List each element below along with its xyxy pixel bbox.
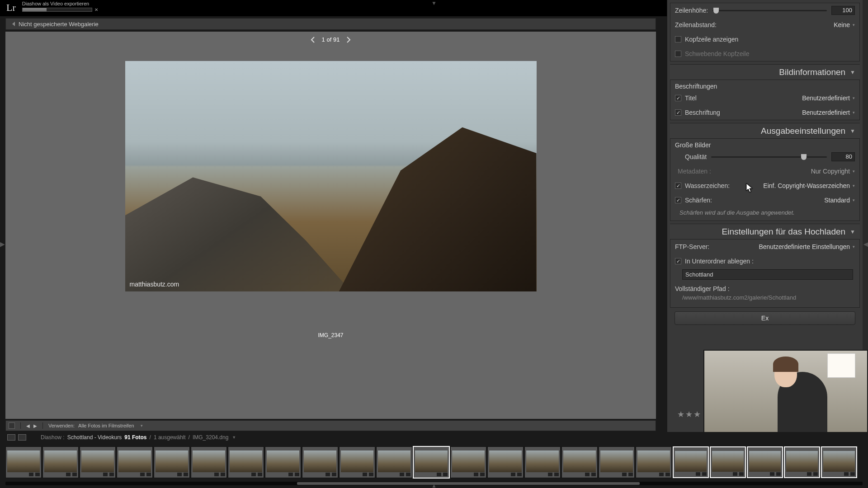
star-icon[interactable]: ★ xyxy=(693,409,701,419)
watermark-dropdown[interactable]: Einf. Copyright-Wasserzeichen xyxy=(763,182,850,189)
sharpen-note: Schärfen wird auf die Ausgabe angewendet… xyxy=(670,207,859,221)
dropdown-caret-icon: ▾ xyxy=(853,244,855,249)
row-height-value[interactable]: 100 xyxy=(831,6,855,15)
bottom-panel-toggle-icon[interactable]: ▲ xyxy=(431,483,437,488)
breadcrumb-prefix: Diashow : xyxy=(41,434,65,441)
export-task-label: Diashow als Video exportieren xyxy=(22,1,92,6)
filmstrip-thumb[interactable] xyxy=(524,446,561,478)
row-spacing-dropdown[interactable]: Keine xyxy=(834,21,850,28)
dropdown-caret-icon: ▾ xyxy=(853,198,855,202)
floating-header-row: Schwebende Kopfzeile xyxy=(670,47,859,61)
left-panel-toggle-icon[interactable]: ▶ xyxy=(0,239,5,249)
grid-view-icon[interactable] xyxy=(9,422,15,429)
sharpen-checkbox[interactable] xyxy=(675,197,681,203)
filmstrip-thumb[interactable] xyxy=(228,446,264,478)
subfolder-label: In Unterordner ablegen : xyxy=(685,258,754,265)
filmstrip-thumb[interactable] xyxy=(450,446,486,478)
caption-checkbox[interactable] xyxy=(675,109,681,116)
subfolder-checkbox[interactable] xyxy=(675,258,681,264)
large-images-subhead: Große Bilder xyxy=(670,139,859,150)
cancel-export-icon[interactable]: ✕ xyxy=(94,7,98,12)
breadcrumb-caret-icon[interactable]: ▼ xyxy=(232,435,236,440)
primary-display-icon[interactable] xyxy=(18,434,26,441)
section-upload[interactable]: Einstellungen für das Hochladen▼ xyxy=(670,224,860,239)
title-dropdown[interactable]: Benutzerdefiniert xyxy=(802,94,850,102)
floating-header-label: Schwebende Kopfzeile xyxy=(685,50,749,57)
show-header-checkbox[interactable] xyxy=(675,36,681,42)
collapse-icon: ▼ xyxy=(850,69,855,75)
use-label: Verwenden: xyxy=(48,423,75,428)
filmstrip-thumb[interactable] xyxy=(821,446,857,478)
filmstrip-thumb[interactable] xyxy=(747,446,783,478)
metadata-label: Metadaten : xyxy=(678,168,711,175)
image-filename: IMG_2347 xyxy=(318,332,343,338)
star-icon[interactable]: ★ xyxy=(685,409,693,419)
section-image-info[interactable]: Bildinformationen▼ xyxy=(670,64,860,80)
filmstrip-thumb[interactable] xyxy=(710,446,746,478)
prev-page-icon[interactable] xyxy=(310,37,316,42)
filmstrip[interactable] xyxy=(0,443,868,488)
watermark-label: Wasserzeichen: xyxy=(685,182,730,189)
subfolder-row: In Unterordner ablegen : xyxy=(670,254,859,268)
filmstrip-thumb[interactable] xyxy=(302,446,338,478)
subfolder-input[interactable] xyxy=(682,269,853,280)
filmstrip-thumb[interactable] xyxy=(784,446,820,478)
filmstrip-thumb[interactable] xyxy=(376,446,412,478)
caption-dropdown[interactable]: Benutzerdefiniert xyxy=(802,109,850,116)
filmstrip-thumb[interactable] xyxy=(636,446,672,478)
filmstrip-thumb[interactable] xyxy=(265,446,301,478)
show-header-row[interactable]: Kopfzeile anzeigen xyxy=(670,32,859,47)
preview-image[interactable]: matthiasbutz.com xyxy=(125,61,537,291)
star-icon[interactable]: ★ xyxy=(677,409,684,419)
next-icon[interactable]: ▶ xyxy=(33,423,37,428)
section-output[interactable]: Ausgabeeinstellungen▼ xyxy=(670,123,860,138)
caption-row: Beschriftung Benutzerdefiniert▾ xyxy=(670,105,859,120)
title-checkbox[interactable] xyxy=(675,95,681,101)
captions-subhead: Beschriftungen xyxy=(670,80,859,91)
filmstrip-thumb[interactable] xyxy=(339,446,375,478)
export-button[interactable]: Ex xyxy=(675,311,855,325)
dropdown-caret-icon: ▾ xyxy=(853,23,855,27)
section-image-info-label: Bildinformationen xyxy=(779,67,845,77)
watermark-checkbox[interactable] xyxy=(675,183,681,189)
quality-value[interactable]: 80 xyxy=(831,152,855,161)
prev-icon[interactable]: ◀ xyxy=(26,423,30,428)
quality-row: Qualität 80 xyxy=(670,150,859,164)
use-dropdown[interactable]: Alle Fotos im Filmstreifen xyxy=(78,423,134,428)
rating-stars[interactable]: ★ ★ ★ xyxy=(677,409,701,419)
top-panel-toggle-icon[interactable]: ▼ xyxy=(431,0,437,6)
selected-count: 1 ausgewählt xyxy=(154,434,186,441)
filmstrip-thumb[interactable] xyxy=(154,446,190,478)
filmstrip-thumb[interactable] xyxy=(561,446,598,478)
filmstrip-thumb[interactable] xyxy=(80,446,116,478)
lightroom-logo: Lr xyxy=(0,2,22,14)
dropdown-caret-icon: ▾ xyxy=(853,169,855,174)
title-row: Titel Benutzerdefiniert▾ xyxy=(670,91,859,105)
filmstrip-thumb[interactable] xyxy=(413,446,449,478)
metadata-dropdown[interactable]: Nur Copyright xyxy=(811,168,850,175)
info-strip: Diashow : Schottland - Videokurs 91 Foto… xyxy=(0,432,868,443)
filmstrip-thumb[interactable] xyxy=(191,446,227,478)
right-panel-toggle-icon[interactable]: ◀ xyxy=(863,239,868,249)
filmstrip-thumb[interactable] xyxy=(117,446,153,478)
filmstrip-thumb[interactable] xyxy=(599,446,635,478)
current-filename: IMG_3204.dng xyxy=(193,434,228,441)
row-height-slider[interactable] xyxy=(712,10,827,11)
breadcrumb-collection[interactable]: Schottland - Videokurs xyxy=(67,434,122,441)
filmstrip-thumb[interactable] xyxy=(673,446,709,478)
show-header-label: Kopfzeile anzeigen xyxy=(685,36,738,43)
filmstrip-thumb[interactable] xyxy=(5,446,42,478)
floating-header-checkbox xyxy=(675,51,681,57)
secondary-display-icon[interactable] xyxy=(7,434,15,441)
gallery-header-bar[interactable]: Nicht gespeicherte Webgalerie xyxy=(5,18,656,30)
sharpen-dropdown[interactable]: Standard xyxy=(824,197,850,204)
ftp-dropdown[interactable]: Benutzerdefinierte Einstellungen xyxy=(759,243,850,250)
filmstrip-scroll-thumb[interactable] xyxy=(297,482,640,485)
watermark-row: Wasserzeichen: Einf. Copyright-Wasserzei… xyxy=(670,178,859,193)
quality-slider[interactable] xyxy=(711,156,827,158)
filmstrip-thumb[interactable] xyxy=(487,446,524,478)
filmstrip-thumb[interactable] xyxy=(42,446,79,478)
export-progress-bar: ✕ xyxy=(22,8,92,12)
sharpen-row: Schärfen: Standard▾ xyxy=(670,193,859,207)
next-page-icon[interactable] xyxy=(346,37,351,42)
